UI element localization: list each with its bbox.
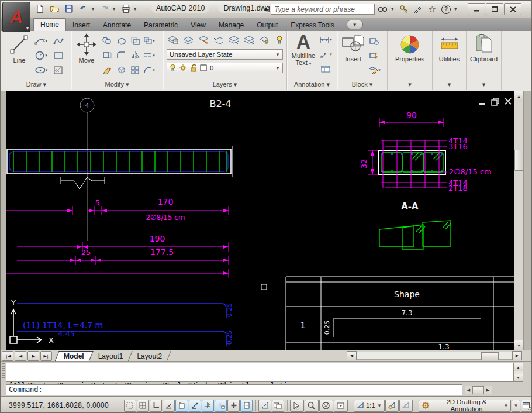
- canvas-vertical-scrollbar[interactable]: ▲ ▼: [514, 91, 524, 350]
- ortho-toggle[interactable]: [150, 400, 162, 412]
- explode-button[interactable]: [115, 64, 127, 77]
- tab-layout1[interactable]: Layout1: [91, 351, 130, 362]
- snap-toggle[interactable]: [124, 400, 136, 412]
- layers-panel-label[interactable]: Layers ▾: [163, 81, 286, 89]
- otrack-toggle[interactable]: [189, 400, 201, 412]
- command-scroll-up[interactable]: ▲: [514, 363, 523, 371]
- autoscale-button[interactable]: [399, 400, 413, 412]
- print-dropdown[interactable]: ▾: [134, 6, 139, 12]
- undo-dropdown[interactable]: ▾: [92, 6, 96, 12]
- quick-view-layouts-button[interactable]: [272, 400, 284, 412]
- drawing-restore-icon[interactable]: [492, 98, 499, 105]
- chamfer-dropdown[interactable]: ▾: [153, 68, 155, 73]
- layer-lock-button[interactable]: [243, 33, 255, 46]
- minimize-button[interactable]: [468, 3, 485, 15]
- dimension-button[interactable]: ▾: [319, 33, 332, 46]
- command-hscroll-thumb[interactable]: [472, 386, 484, 394]
- layer-combo[interactable]: 0 ▼: [167, 63, 283, 73]
- restore-button[interactable]: [486, 3, 503, 15]
- resize-grip[interactable]: [525, 407, 531, 413]
- command-scroll-down[interactable]: ▼: [514, 374, 523, 381]
- polar-toggle[interactable]: [163, 400, 175, 412]
- canvas-horizontal-scrollbar[interactable]: ◀ ▶: [347, 351, 529, 360]
- layer-off-button[interactable]: [258, 33, 271, 46]
- grid-toggle[interactable]: [137, 400, 149, 412]
- draw-panel-label[interactable]: Draw ▾: [2, 81, 71, 89]
- hscroll-track[interactable]: [357, 352, 512, 360]
- circle-button[interactable]: ▾: [34, 49, 47, 62]
- redo-dropdown[interactable]: ▾: [113, 6, 118, 12]
- block-editor-dropdown[interactable]: ▾: [378, 68, 381, 73]
- mirror-button[interactable]: [129, 49, 141, 62]
- ribbon-minimize-button[interactable]: ▼: [347, 20, 363, 29]
- ellipse-dropdown[interactable]: ▾: [45, 68, 47, 73]
- hatch-button[interactable]: [52, 64, 65, 77]
- rotate-button[interactable]: [115, 35, 127, 47]
- search-dropdown[interactable]: ▾: [391, 6, 396, 12]
- properties-button[interactable]: Properties: [392, 35, 427, 63]
- create-block-button[interactable]: [368, 35, 381, 47]
- help-icon[interactable]: ?: [440, 4, 452, 15]
- chamfer-button[interactable]: ▾: [143, 64, 156, 77]
- model-button[interactable]: [258, 400, 271, 412]
- redo-button[interactable]: [98, 2, 111, 15]
- arc-button[interactable]: ▾: [34, 35, 47, 47]
- block-editor-button[interactable]: ▾: [368, 64, 381, 77]
- showmotion-button[interactable]: [334, 400, 348, 412]
- scroll-down-button[interactable]: ▼: [514, 340, 523, 350]
- drawing-canvas-svg[interactable]: 4 B2-4 5 170 2∅8/15 cm: [6, 91, 514, 350]
- tab-manage[interactable]: Manage: [212, 19, 250, 31]
- lwt-toggle[interactable]: [227, 400, 240, 412]
- utilities-button[interactable]: Utilities: [435, 35, 464, 63]
- stretch-button[interactable]: [101, 49, 113, 62]
- application-menu-button[interactable]: A ▾: [2, 2, 30, 32]
- drawing-minimize-icon[interactable]: [479, 103, 485, 105]
- prev-tab-button[interactable]: ◀: [15, 351, 26, 361]
- scale-button[interactable]: [129, 35, 141, 47]
- status-overflow-button[interactable]: ▼: [512, 400, 520, 412]
- qp-toggle[interactable]: [240, 400, 253, 412]
- tab-model[interactable]: Model: [57, 351, 91, 362]
- layer-freeze-button[interactable]: [227, 33, 240, 46]
- layer-states-button[interactable]: [182, 33, 195, 46]
- workspace-switcher[interactable]: 2D Drafting & Annotation ▼: [419, 400, 511, 412]
- subscription-key-icon[interactable]: [398, 4, 410, 15]
- polyline-button[interactable]: [52, 35, 65, 47]
- annotation-scale-button[interactable]: 1:1 ▼: [354, 400, 385, 412]
- annotation-panel-label[interactable]: Annotation ▾: [287, 81, 337, 89]
- utilities-panel-expander[interactable]: ▾: [433, 81, 466, 89]
- multiline-text-button[interactable]: A Multiline Text ▾: [288, 32, 319, 67]
- clipboard-button[interactable]: Clipboard: [468, 33, 500, 63]
- command-mini-scrollbar[interactable]: ◀ ▶: [465, 386, 492, 394]
- last-tab-button[interactable]: ▶❘: [40, 351, 52, 361]
- command-input[interactable]: Command:: [6, 384, 462, 395]
- command-scroll-right[interactable]: ▶: [484, 386, 492, 394]
- communication-center-icon[interactable]: [412, 4, 424, 15]
- layer-on-button[interactable]: [273, 33, 286, 46]
- arc-dropdown[interactable]: ▾: [45, 39, 47, 43]
- move-button[interactable]: Move: [74, 33, 99, 64]
- drawing-close-icon[interactable]: [505, 98, 511, 104]
- command-history[interactable]: [All/Center/Dynamic/Extents/Previous/Sca…: [6, 363, 513, 382]
- properties-panel-expander[interactable]: ▾: [388, 81, 432, 89]
- command-scroll-left[interactable]: ◀: [465, 386, 472, 394]
- table-button[interactable]: [319, 63, 332, 75]
- scroll-up-button[interactable]: ▲: [514, 91, 523, 101]
- hscroll-thumb[interactable]: [481, 352, 499, 360]
- erase-button[interactable]: [101, 64, 113, 77]
- copy-button[interactable]: [101, 35, 113, 47]
- hscroll-right-button[interactable]: ▶: [512, 351, 522, 360]
- search-icon[interactable]: [377, 4, 389, 15]
- trim-button[interactable]: ▾: [143, 35, 156, 47]
- tab-home[interactable]: Home: [33, 18, 66, 31]
- layer-state-combo-arrow[interactable]: ▼: [275, 52, 280, 57]
- command-window-grip[interactable]: [2, 363, 5, 378]
- layer-combo-arrow[interactable]: ▼: [275, 66, 280, 71]
- canvas-vscroll-thumb[interactable]: [514, 150, 523, 171]
- clipboard-panel-expander[interactable]: ▾: [467, 81, 501, 89]
- favorites-star-icon[interactable]: ☆: [426, 4, 438, 15]
- ducs-toggle[interactable]: [202, 400, 214, 412]
- tab-view[interactable]: View: [184, 19, 212, 31]
- layer-unisolate-button[interactable]: [212, 33, 225, 46]
- leader-dropdown[interactable]: ▾: [330, 52, 332, 57]
